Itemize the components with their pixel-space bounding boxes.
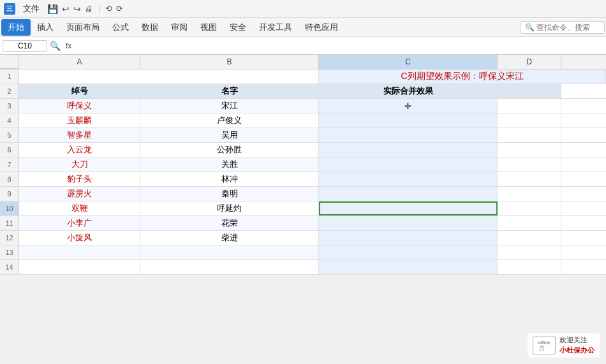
menu-insert[interactable]: 插入 [31, 19, 60, 36]
cell-b8[interactable]: 林冲 [140, 172, 319, 186]
cell-b6[interactable]: 公孙胜 [140, 143, 319, 157]
cell-c9[interactable] [319, 187, 498, 201]
col-header-c[interactable]: C [319, 55, 498, 69]
cell-a9[interactable]: 霹雳火 [19, 187, 140, 201]
row-num-7: 7 [0, 157, 19, 171]
cell-d12[interactable] [498, 231, 561, 245]
cell-c3[interactable]: ✛ [319, 99, 498, 113]
cell-d5[interactable] [498, 128, 561, 142]
col-header-a[interactable]: A [19, 55, 140, 69]
file-menu[interactable]: 文件 [19, 2, 43, 16]
cell-c5[interactable] [319, 128, 498, 142]
cell-a13[interactable] [19, 245, 140, 259]
row-num-13: 13 [0, 245, 19, 259]
row-num-8: 8 [0, 172, 19, 186]
menu-review[interactable]: 审阅 [165, 19, 194, 36]
cell-b10[interactable]: 呼延灼 [140, 201, 319, 215]
cell-a10[interactable]: 双鞭 [19, 201, 140, 215]
cell-d13[interactable] [498, 245, 561, 259]
cell-b5[interactable]: 吴用 [140, 128, 319, 142]
column-headers: A B C D [0, 55, 606, 69]
cell-d7[interactable] [498, 157, 561, 171]
menu-layout[interactable]: 页面布局 [60, 19, 106, 36]
formula-input[interactable] [77, 40, 603, 51]
redo-icon[interactable]: ↪ [73, 4, 81, 14]
cell-d14[interactable] [498, 260, 561, 274]
cell-c14[interactable] [319, 260, 498, 274]
cell-c4[interactable] [319, 113, 498, 127]
cell-d6[interactable] [498, 143, 561, 157]
cell-b13[interactable] [140, 245, 319, 259]
cell-a7[interactable]: 大刀 [19, 157, 140, 171]
search-bar[interactable]: 🔍 [521, 21, 605, 34]
cell-b7[interactable]: 关胜 [140, 157, 319, 171]
cell-b3[interactable]: 宋江 [140, 99, 319, 113]
cell-a8[interactable]: 豹子头 [19, 172, 140, 186]
cell-b9[interactable]: 秦明 [140, 187, 319, 201]
cell-c1[interactable]: C列期望效果示例：呼保义宋江 [319, 69, 606, 84]
col-header-d[interactable]: D [498, 55, 561, 69]
undo-icon[interactable]: ↩ [62, 4, 70, 14]
cell-d2[interactable] [498, 84, 561, 98]
table-row: 5 智多星 吴用 [0, 128, 606, 143]
menu-security[interactable]: 安全 [223, 19, 253, 36]
row-num-12: 12 [0, 231, 19, 245]
cell-a5[interactable]: 智多星 [19, 128, 140, 142]
cell-a3[interactable]: 呼保义 [19, 99, 140, 113]
cell-c10[interactable] [319, 201, 498, 215]
menu-bar: 开始 插入 页面布局 公式 数据 审阅 视图 安全 开发工具 特色应用 🔍 [0, 18, 606, 37]
cell-b11[interactable]: 花荣 [140, 216, 319, 230]
cell-b2[interactable]: 名字 [140, 84, 319, 98]
cell-d10[interactable] [498, 201, 561, 215]
cell-d9[interactable] [498, 187, 561, 201]
cell-c2[interactable]: 实际合并效果 [319, 84, 498, 98]
table-row: 11 小李广 花荣 [0, 216, 606, 231]
cell-a4[interactable]: 玉麒麟 [19, 113, 140, 127]
cell-c12[interactable] [319, 231, 498, 245]
undo2-icon[interactable]: ⟲ [105, 4, 112, 13]
table-row: 9 霹雳火 秦明 [0, 187, 606, 201]
row-num-14: 14 [0, 260, 19, 274]
cell-d4[interactable] [498, 113, 561, 127]
save-icon[interactable]: 💾 [47, 4, 58, 14]
row-num-4: 4 [0, 113, 19, 127]
cell-b14[interactable] [140, 260, 319, 274]
row-num-10: 10 [0, 201, 19, 215]
cell-a14[interactable] [19, 260, 140, 274]
corner-cell [0, 55, 19, 69]
cell-a12[interactable]: 小旋风 [19, 231, 140, 245]
cell-b12[interactable]: 柴进 [140, 231, 319, 245]
row-num-11: 11 [0, 216, 19, 230]
cell-c13[interactable] [319, 245, 498, 259]
sheet-body: 1 C列期望效果示例：呼保义宋江 2 绰号 名字 实际合并效果 3 呼保义 [0, 69, 606, 275]
cell-c8[interactable] [319, 172, 498, 186]
cell-d11[interactable] [498, 216, 561, 230]
cell-c7[interactable] [319, 157, 498, 171]
menu-formula[interactable]: 公式 [106, 19, 135, 36]
cell-a2[interactable]: 绰号 [19, 84, 140, 98]
cell-c11[interactable] [319, 216, 498, 230]
row-num-9: 9 [0, 187, 19, 201]
data-rows: 3 呼保义 宋江 ✛ 4 玉麒麟 卢俊义 5 智多星 吴用 6 入云龙 公孙胜 … [0, 99, 606, 275]
redo2-icon[interactable]: ⟳ [116, 4, 123, 13]
formula-icon: 🔍 [50, 41, 61, 51]
cell-d3[interactable] [498, 99, 561, 113]
cell-a6[interactable]: 入云龙 [19, 143, 140, 157]
cell-d8[interactable] [498, 172, 561, 186]
search-input[interactable] [536, 23, 600, 32]
col-header-b[interactable]: B [140, 55, 319, 69]
menu-dev[interactable]: 开发工具 [253, 19, 299, 36]
print-icon[interactable]: 🖨 [85, 4, 93, 13]
cell-a11[interactable]: 小李广 [19, 216, 140, 230]
separator: | [98, 4, 100, 13]
cell-c6[interactable] [319, 143, 498, 157]
menu-data[interactable]: 数据 [135, 19, 165, 36]
cell-reference[interactable] [3, 40, 47, 52]
menu-start[interactable]: 开始 [1, 19, 31, 36]
cell-a1[interactable] [19, 69, 319, 84]
cell-b4[interactable]: 卢俊义 [140, 113, 319, 127]
menu-view[interactable]: 视图 [194, 19, 223, 36]
fx-button[interactable]: fx [63, 41, 74, 51]
menu-special[interactable]: 特色应用 [299, 19, 344, 36]
row-num-5: 5 [0, 128, 19, 142]
